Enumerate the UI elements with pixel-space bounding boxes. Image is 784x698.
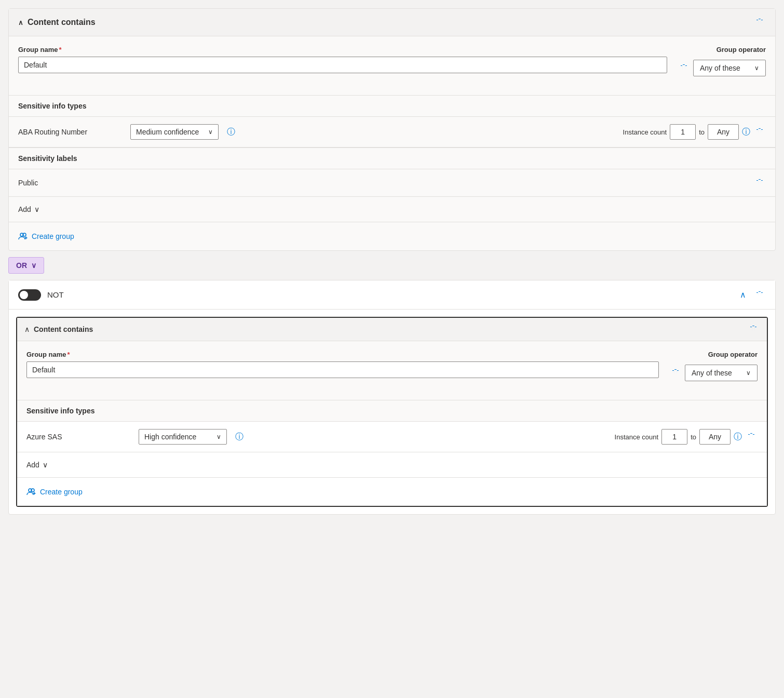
inner-collapse-icon: ∧ — [24, 325, 30, 333]
section1-group-name-row: Group name* Group operator Any of these … — [18, 46, 766, 76]
section1-group-operator-section: Group operator Any of these ∨ — [678, 46, 766, 76]
section1-public-label: Public — [18, 179, 38, 187]
inner-azure-sas-name: Azure SAS — [26, 433, 130, 441]
inner-create-group-button[interactable]: Create group — [26, 485, 83, 499]
inner-confidence-value: High confidence — [144, 433, 196, 441]
section1-to-label: to — [699, 128, 705, 136]
collapse-icon: ∧ — [18, 19, 23, 26]
section1-create-group-button[interactable]: Create group — [18, 230, 74, 243]
inner-add-label: Add — [26, 461, 39, 469]
instance-info-icon[interactable]: ⓘ — [742, 127, 750, 138]
inner-operator-select[interactable]: Any of these ∨ — [685, 365, 758, 381]
inner-required-star: * — [67, 351, 70, 358]
section1-group-operator-label: Group operator — [717, 46, 766, 53]
inner-card-title: Content contains — [34, 325, 93, 333]
add-chevron-icon: ∨ — [34, 205, 39, 213]
inner-confidence-chevron-icon: ∨ — [217, 433, 221, 440]
inner-content-card: ∧ Content contains Group name* — [16, 317, 768, 507]
inner-operator-delete-icon — [671, 369, 680, 377]
inner-azure-sas-delete-button[interactable] — [745, 431, 758, 443]
operator-value: Any of these — [700, 64, 740, 72]
confidence-chevron-icon: ∨ — [208, 128, 213, 136]
inner-card-body: Group name* Group operator — [17, 341, 767, 506]
or-button[interactable]: OR ∨ — [8, 257, 44, 274]
inner-create-group-label: Create group — [40, 488, 83, 496]
section1-instance-label: Instance count — [623, 128, 667, 136]
inner-instance-label: Instance count — [615, 433, 659, 441]
aba-delete-icon — [755, 128, 764, 136]
inner-instance-info-icon[interactable]: ⓘ — [734, 432, 742, 442]
inner-card-header: ∧ Content contains — [17, 318, 767, 341]
section1-sensitivity-labels-header: Sensitivity labels — [9, 147, 775, 169]
section1-create-group-label: Create group — [32, 232, 74, 240]
section1-instance-count-area: Instance count to ⓘ — [623, 124, 766, 140]
inner-azure-sas-row: Azure SAS High confidence ∨ ⓘ Instance c… — [17, 422, 767, 452]
toggle-slider — [18, 289, 41, 301]
inner-instance-to[interactable] — [699, 429, 731, 445]
inner-to-label: to — [691, 433, 696, 441]
or-container: OR ∨ — [8, 257, 776, 274]
section1-add-row: Add ∨ — [9, 197, 775, 222]
section1-add-button[interactable]: Add ∨ — [18, 203, 39, 216]
section1-create-group-row: Create group — [9, 222, 775, 250]
inner-sensitive-info-label: Sensitive info types — [17, 400, 767, 422]
confidence-info-icon[interactable]: ⓘ — [227, 127, 235, 138]
inner-operator-delete-button[interactable] — [669, 367, 682, 379]
inner-group-name-label: Group name* — [26, 351, 659, 358]
not-section: NOT ∧ ∧ Content contains — [8, 280, 776, 515]
inner-card-header-left: ∧ Content contains — [24, 325, 93, 333]
inner-chevron-down-icon: ∨ — [746, 369, 751, 377]
section1-group-name-input[interactable] — [18, 57, 667, 73]
section1-add-label: Add — [18, 205, 31, 213]
delete-icon — [755, 18, 764, 26]
inner-delete-icon — [749, 325, 758, 333]
inner-group-operator-section: Group operator Any of these ∨ — [669, 351, 758, 381]
operator-delete-icon — [680, 64, 688, 72]
required-star: * — [59, 46, 62, 53]
section1-body: Group name* Group operator Any of these … — [9, 36, 775, 95]
inner-group-name-row: Group name* Group operator — [26, 351, 758, 381]
not-header-right: ∧ — [738, 288, 766, 302]
not-toggle[interactable] — [18, 289, 41, 301]
section1-instance-from[interactable] — [670, 124, 696, 140]
section1-header: ∧ Content contains — [9, 9, 775, 36]
section1-operator-delete-button[interactable] — [678, 62, 690, 74]
section1-delete-button[interactable] — [753, 16, 766, 29]
not-collapse-icon: ∧ — [740, 290, 746, 300]
inner-instance-count-area: Instance count to ⓘ — [615, 429, 758, 445]
section1-group-name-label: Group name* — [18, 46, 667, 53]
inner-instance-from[interactable] — [661, 429, 687, 445]
section1-operator-select[interactable]: Any of these ∨ — [693, 60, 766, 76]
not-delete-button[interactable] — [753, 289, 766, 301]
inner-group-name-section: Group name* — [26, 351, 659, 378]
inner-card-delete-button[interactable] — [747, 323, 760, 335]
section1-instance-to[interactable] — [708, 124, 739, 140]
not-header-left: NOT — [18, 289, 64, 301]
not-header: NOT ∧ — [9, 280, 775, 310]
section1-sensitive-info-label: Sensitive info types — [9, 95, 775, 117]
or-label: OR — [16, 261, 27, 270]
or-chevron-icon: ∨ — [31, 261, 36, 270]
inner-confidence-info-icon[interactable]: ⓘ — [235, 432, 244, 442]
section1-confidence-select[interactable]: Medium confidence ∨ — [130, 124, 219, 140]
section1-title: Content contains — [28, 18, 96, 27]
inner-add-button[interactable]: Add ∨ — [26, 459, 48, 471]
section1-public-delete-button[interactable] — [753, 177, 766, 189]
section1-group-operator-row: Any of these ∨ — [678, 60, 766, 76]
inner-group-name-area: Group name* Group operator — [17, 341, 767, 400]
inner-confidence-select[interactable]: High confidence ∨ — [139, 429, 227, 445]
section1-aba-name: ABA Routing Number — [18, 128, 122, 136]
inner-group-operator-label: Group operator — [708, 351, 758, 358]
public-delete-icon — [755, 179, 764, 187]
inner-operator-value: Any of these — [692, 369, 732, 377]
section1-public-row: Public — [9, 169, 775, 197]
create-group-icon — [18, 232, 28, 241]
section1-header-left: ∧ Content contains — [18, 18, 96, 27]
section1-aba-row: ABA Routing Number Medium confidence ∨ ⓘ… — [9, 117, 775, 147]
chevron-down-icon: ∨ — [754, 64, 759, 72]
inner-azure-delete-icon — [747, 433, 755, 441]
inner-create-group-row: Create group — [17, 478, 767, 506]
not-collapse-button[interactable]: ∧ — [738, 288, 748, 302]
inner-group-name-input[interactable] — [26, 361, 659, 378]
section1-aba-delete-button[interactable] — [753, 126, 766, 138]
